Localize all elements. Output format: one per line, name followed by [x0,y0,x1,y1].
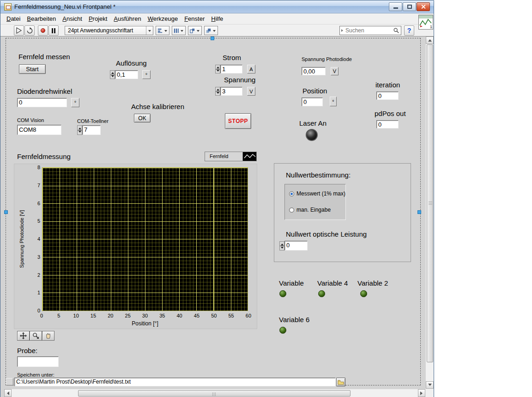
spannung-photodiode-label: Spannung Photodiode [302,56,352,62]
distribute-objects-dropdown[interactable] [172,26,186,35]
com-vision-input[interactable]: COM8 [17,125,61,135]
aufloesung-unit[interactable]: ° [142,70,151,79]
com-toellner-input[interactable]: 7 [82,125,101,135]
search-scope-icon[interactable] [341,29,345,32]
radio-selected-icon[interactable] [289,191,294,196]
vertical-scrollbar[interactable] [425,37,434,389]
selection-handle-top[interactable] [211,37,214,40]
search-icon[interactable] [393,27,399,34]
variable-led[interactable] [279,290,286,297]
start-button[interactable]: Start [19,64,46,74]
browse-button[interactable] [336,378,345,386]
stopp-button-label: STOPP [228,118,248,124]
plot-legend-label: Fernfeld [205,152,242,161]
plot-legend-sample [242,152,256,161]
help-icon: ? [407,27,411,34]
pause-button[interactable] [48,25,59,36]
vi-icon[interactable]: 1 [418,15,433,30]
nullwert-optische-leistung-label: Nullwert optische Leistung [286,230,367,238]
aufloesung-stepper[interactable] [110,70,115,79]
variable-6-led[interactable] [279,327,286,334]
speichern-unter-label: Speichern unter: [17,372,54,378]
pan-icon [20,332,27,339]
reorder-objects-dropdown[interactable] [204,26,218,35]
chevron-down-icon [148,30,151,33]
font-selector-dropdown[interactable]: 24pt Anwendungsschriftart [65,26,153,35]
window-title: Fernfeldmessung_Neu.vi Frontpanel * [14,3,115,10]
nullwert-stepper[interactable] [279,241,284,250]
ok-button[interactable]: OK [134,114,151,122]
diodendrehwinkel-input[interactable]: 0 [17,98,67,107]
nullwertbestimmung-label: Nullwertbestimmung: [286,171,351,179]
maximize-button[interactable] [403,2,416,11]
run-continuous-button[interactable] [24,25,35,36]
scroll-right-button[interactable] [418,389,425,397]
run-button[interactable] [14,25,24,36]
probe-input[interactable] [17,356,59,367]
position-indicator: 0 [302,98,323,106]
legend-line-icon [243,153,256,160]
labview-vi-icon [4,3,12,11]
menu-bearbeiten[interactable]: Bearbeiten [24,13,59,24]
radio-man-eingabe[interactable]: man. Eingabe [289,207,331,213]
menu-projekt[interactable]: Projekt [85,13,110,24]
align-objects-dropdown[interactable] [156,26,169,35]
close-button[interactable] [417,2,430,11]
strom-unit[interactable]: A [247,65,255,73]
close-icon [421,4,426,9]
strom-input[interactable]: 1 [220,65,242,73]
menu-fenster[interactable]: Fenster [181,13,208,24]
front-panel: Fernfeld messen Start Auflösung 0,1 ° St… [0,37,425,389]
spannung-input[interactable]: 3 [220,87,242,96]
graph-title: Fernfeldmessung [17,153,71,160]
aufloesung-label: Auflösung [116,59,147,67]
search-input[interactable] [345,27,392,34]
vertical-scroll-thumb[interactable] [427,44,433,362]
iteration-label: iteration [375,81,400,89]
horizontal-scrollbar[interactable] [4,389,425,397]
speichern-unter-path[interactable]: C:\Users\Martin Prost\Desktop\Fernfeld\t… [14,378,336,386]
aufloesung-input[interactable]: 0,1 [115,70,138,79]
scroll-down-button[interactable] [426,381,434,389]
pan-tool-button[interactable] [17,331,30,341]
selection-handle-right[interactable] [417,210,421,214]
variable-4-led[interactable] [318,290,325,297]
menu-hilfe[interactable]: Hilfe [208,13,226,24]
com-toellner-stepper[interactable] [77,125,82,135]
menu-werkzeuge[interactable]: Werkzeuge [145,13,181,24]
stopp-button[interactable]: STOPP [225,113,251,129]
menu-ausfuehren[interactable]: Ausführen [110,13,144,24]
scroll-left-button[interactable] [4,389,12,397]
scroll-left-icon [5,391,9,395]
chevron-down-icon [213,30,216,33]
resize-objects-dropdown[interactable] [188,26,202,35]
scroll-up-icon [428,37,432,42]
horizontal-scroll-thumb[interactable] [78,390,351,397]
menu-ansicht[interactable]: Ansicht [59,13,85,24]
titlebar[interactable]: Fernfeldmessung_Neu.vi Frontpanel * [0,0,434,13]
zoom-tool-button[interactable] [30,331,42,341]
abort-button[interactable] [38,25,48,36]
radio-unselected-icon[interactable] [289,208,294,213]
variable-2-led[interactable] [360,290,367,297]
nullwertbestimmung-group: Nullwertbestimmung: Messwert (1% max) ma… [274,163,411,262]
hand-tool-button[interactable] [42,331,54,341]
radio-man-eingabe-label: man. Eingabe [296,207,331,213]
scroll-up-button[interactable] [426,37,434,44]
help-button[interactable]: ? [404,25,414,36]
minimize-button[interactable] [389,2,402,11]
distribute-objects-icon [174,28,179,34]
graph-plot-area [42,167,248,311]
menu-datei[interactable]: Datei [3,13,24,24]
nullwert-input[interactable]: 0 [284,241,308,250]
spannung-unit[interactable]: V [247,87,255,96]
search-box [339,26,401,35]
diodendrehwinkel-unit[interactable]: ° [71,98,79,107]
radio-messwert[interactable]: Messwert (1% max) [289,190,345,197]
strom-stepper[interactable] [215,65,220,73]
spannung-stepper[interactable] [215,87,220,96]
laser-an-led[interactable] [306,129,318,141]
selection-handle-left[interactable] [4,210,8,214]
com-toellner-label: COM-Toellner [77,118,109,124]
plot-legend[interactable]: Fernfeld [205,152,257,161]
